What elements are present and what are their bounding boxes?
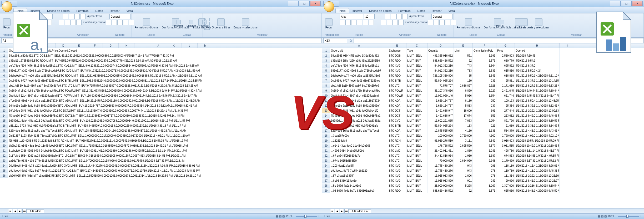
row-header[interactable]: 15 bbox=[322, 118, 330, 123]
cell[interactable] bbox=[560, 148, 575, 153]
cell[interactable]: 3.016.403 bbox=[496, 138, 515, 143]
tab-nav-next[interactable]: ▶ bbox=[18, 209, 22, 213]
tab-nav-first[interactable]: ⏮ bbox=[8, 209, 12, 213]
cell[interactable]: 2.054 bbox=[473, 118, 496, 123]
font-combo-right[interactable]: Arial bbox=[340, 14, 363, 19]
row-header[interactable]: 20 bbox=[0, 143, 8, 148]
cell[interactable]: 11.602 291.085 bbox=[427, 118, 454, 123]
row-header[interactable]: 10 bbox=[322, 93, 330, 98]
border-icon-r[interactable] bbox=[357, 20, 362, 25]
cell[interactable]: LIMIT_SELL bbox=[406, 78, 427, 83]
row-header[interactable]: 29 bbox=[322, 188, 330, 193]
row-header[interactable]: 13 bbox=[0, 108, 8, 113]
align-icon[interactable] bbox=[381, 20, 386, 25]
column-header[interactable]: K bbox=[166, 43, 182, 48]
cell[interactable]: 1.546 bbox=[473, 73, 496, 78]
cell[interactable]: 3d982dd1-5da4-44fa-a015-29c3ea83892a bbox=[330, 118, 388, 123]
cell[interactable]: 1/18/2018 10:22: 1/18/2018 10:26:10 PM bbox=[515, 173, 560, 178]
align-icon[interactable] bbox=[396, 14, 402, 19]
row-header[interactable]: 3 bbox=[322, 58, 330, 63]
row-header[interactable]: 1 bbox=[322, 48, 330, 53]
cell[interactable]: 686e6177-a100-49e8-81ab-0769b8cddab7,BTC… bbox=[8, 68, 213, 73]
cell[interactable]: LIMIT_BUY bbox=[406, 103, 427, 108]
cell[interactable] bbox=[560, 58, 575, 63]
column-header[interactable]: D bbox=[427, 43, 454, 48]
align-br-icon[interactable] bbox=[71, 20, 76, 25]
cell[interactable]: 1.246 bbox=[473, 148, 496, 153]
cell[interactable]: ...4906-9434-94bba95c50bd bbox=[330, 148, 388, 153]
cell[interactable]: 1.720.000 bbox=[496, 133, 515, 138]
column-header[interactable]: J bbox=[150, 43, 166, 48]
cell[interactable]: BTC-ADA bbox=[388, 128, 406, 133]
cell[interactable]: 630.779 bbox=[496, 58, 515, 63]
cell[interactable]: 70.000.000 bbox=[427, 158, 454, 163]
cell[interactable]: db204925-8ff9-405d-bff7-c3aad5b3375f,BTC… bbox=[8, 173, 213, 178]
bold-icon-r[interactable] bbox=[340, 20, 345, 25]
row-header[interactable]: 12 bbox=[322, 103, 330, 108]
cell[interactable]: 85 bbox=[454, 73, 473, 78]
cell[interactable]: 1/10/2018 4:02:0 1/11/2018 4:02:10 AM bbox=[515, 133, 560, 138]
cell[interactable]: 25.000 000.000 bbox=[427, 183, 454, 188]
align-icon[interactable] bbox=[393, 20, 398, 25]
row-header[interactable]: 18 bbox=[322, 133, 330, 138]
row-header[interactable]: 12 bbox=[0, 103, 8, 108]
cell[interactable]: 1.307.000 bbox=[496, 183, 515, 188]
row-header[interactable]: 17 bbox=[0, 128, 8, 133]
row-header[interactable]: 9 bbox=[0, 88, 8, 93]
cell[interactable] bbox=[560, 123, 575, 128]
autosum-icon[interactable] bbox=[204, 18, 210, 21]
sort-filter-r[interactable]: ...ar y filtrar bbox=[511, 18, 526, 30]
cell[interactable]: ...182538cfb3 bbox=[330, 138, 388, 143]
formula-input-left[interactable] bbox=[32, 38, 322, 43]
cell[interactable] bbox=[560, 108, 575, 113]
align-tc-icon[interactable] bbox=[69, 14, 74, 19]
cell[interactable]: 2.948 bbox=[473, 158, 496, 163]
header-cell[interactable]: Opened bbox=[515, 48, 560, 53]
find-select-r[interactable]: ...ar y seleccionar bbox=[527, 18, 550, 30]
cell[interactable]: 3.267 bbox=[473, 183, 496, 188]
cell[interactable]: 95.831 bbox=[496, 78, 515, 83]
cell[interactable]: 0be8bfd4-62b4-460f-a914-c53225ca8cfd bbox=[330, 93, 388, 98]
wrap-text-r[interactable]: Ajustar texto bbox=[408, 14, 425, 19]
cell[interactable]: 521 bbox=[454, 53, 473, 58]
cell[interactable]: BTC-ADA bbox=[388, 103, 406, 108]
cell[interactable]: BTC-LMC bbox=[388, 148, 406, 153]
cell[interactable]: 1.576 bbox=[473, 58, 496, 63]
cell[interactable]: 1debe0e9-cc74-4e00-bf1a-cd25315d35e2 bbox=[330, 73, 388, 78]
cell[interactable]: f43ace76-1407-4dee-906d-4b0bd95b75a1,BTC… bbox=[8, 113, 213, 118]
cell[interactable]: LIMIT_SELL bbox=[406, 98, 427, 103]
cell[interactable]: BTC-ADA bbox=[388, 98, 406, 103]
cell[interactable]: 59.894 985.294 bbox=[427, 78, 454, 83]
clear-icon[interactable] bbox=[204, 26, 210, 30]
cell[interactable]: 11.065 053.829 bbox=[427, 173, 454, 178]
align-tl-icon[interactable] bbox=[63, 14, 68, 19]
row-header[interactable]: 9 bbox=[322, 88, 330, 93]
zoom-out-right[interactable]: − bbox=[615, 215, 617, 218]
cell[interactable]: 4/24/2018 5:50:2 4/24 bbox=[515, 68, 560, 73]
cell[interactable] bbox=[560, 98, 575, 103]
column-header[interactable]: E bbox=[454, 43, 473, 48]
cell[interactable] bbox=[560, 103, 575, 108]
column-header[interactable]: G bbox=[103, 43, 119, 48]
cell[interactable] bbox=[560, 53, 575, 58]
cell[interactable]: 111.314 bbox=[496, 173, 515, 178]
cell[interactable]: BTC-BITB bbox=[388, 123, 406, 128]
ribbon-tab[interactable]: Vista bbox=[445, 8, 458, 13]
view-icons[interactable]: ▦ ▤ ▧ bbox=[276, 215, 285, 218]
cell[interactable]: b36fd139-6f8b-4299-a19b-f9bd272586f86 bbox=[330, 58, 388, 63]
ribbon-tab[interactable]: Vista bbox=[123, 8, 136, 13]
cell[interactable]: 901 bbox=[454, 178, 473, 183]
cell[interactable]: 665.060 bbox=[496, 188, 515, 193]
cell[interactable]: 686e6177-a100-49e8-81ab-0769b8cddab7 bbox=[330, 68, 388, 73]
cell[interactable]: 693 bbox=[473, 108, 496, 113]
cell[interactable]: BTC-XVG bbox=[388, 163, 406, 168]
cell[interactable] bbox=[560, 133, 575, 138]
cell[interactable]: d9d3aeb...8e77-7cc5441b2120 bbox=[330, 168, 388, 173]
cell[interactable] bbox=[560, 63, 575, 68]
row-header[interactable]: 21 bbox=[322, 148, 330, 153]
percent-icon[interactable] bbox=[112, 20, 117, 25]
cell[interactable]: f43ace76-1407-4dee-906d-4b0bd95b75a1 bbox=[330, 113, 388, 118]
cell[interactable] bbox=[560, 188, 575, 193]
row-header[interactable]: 8 bbox=[322, 83, 330, 88]
cell[interactable]: 943 bbox=[454, 168, 473, 173]
